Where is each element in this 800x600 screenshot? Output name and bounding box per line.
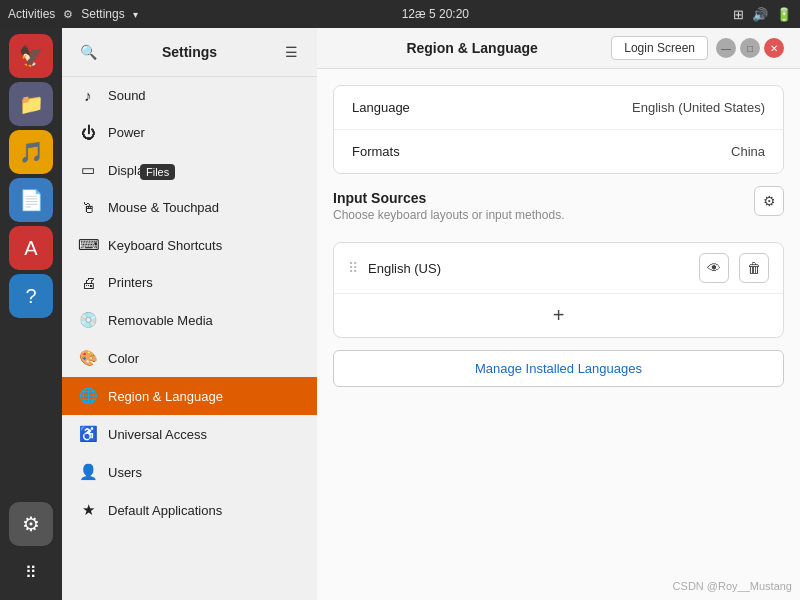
maximize-button[interactable]: □ bbox=[740, 38, 760, 58]
dock: 🦅 📁 🎵 📄 A ? ⚙ ⠿ bbox=[0, 28, 62, 600]
preview-source-button[interactable]: 👁 bbox=[699, 253, 729, 283]
sidebar-item-color-label: Color bbox=[108, 351, 139, 366]
sidebar-menu-button[interactable]: ☰ bbox=[277, 38, 305, 66]
content-header: Region & Language Login Screen — □ ✕ bbox=[317, 28, 800, 69]
input-sources-header: Input Sources Choose keyboard layouts or… bbox=[333, 186, 784, 222]
displays-icon: ▭ bbox=[78, 161, 98, 179]
dock-settings-icon[interactable]: ⚙ bbox=[9, 502, 53, 546]
sidebar-item-region[interactable]: 🌐 Region & Language bbox=[62, 377, 317, 415]
sidebar-item-mouse[interactable]: 🖱 Mouse & Touchpad bbox=[62, 189, 317, 226]
sidebar-item-universal[interactable]: ♿ Universal Access bbox=[62, 415, 317, 453]
settings-menu-label[interactable]: Settings bbox=[81, 7, 124, 21]
window-controls: — □ ✕ bbox=[716, 38, 784, 58]
default-apps-icon: ★ bbox=[78, 501, 98, 519]
dock-appstore-icon[interactable]: A bbox=[9, 226, 53, 270]
dock-grid-icon[interactable]: ⠿ bbox=[9, 550, 53, 594]
add-source-button[interactable]: + bbox=[334, 293, 783, 337]
content-body: Language English (United States) Formats… bbox=[317, 69, 800, 403]
sidebar-item-keyboard-label: Keyboard Shortcuts bbox=[108, 238, 222, 253]
sidebar-item-default-apps-label: Default Applications bbox=[108, 503, 222, 518]
universal-icon: ♿ bbox=[78, 425, 98, 443]
topbar-left: Activities ⚙ Settings ▾ bbox=[8, 7, 138, 21]
sidebar-item-color[interactable]: 🎨 Color bbox=[62, 339, 317, 377]
sound-icon: ♪ bbox=[78, 87, 98, 104]
manage-languages-button[interactable]: Manage Installed Languages bbox=[333, 350, 784, 387]
input-sources-subtitle: Choose keyboard layouts or input methods… bbox=[333, 208, 564, 222]
topbar: Activities ⚙ Settings ▾ 12æ 5 20:20 ⊞ 🔊 … bbox=[0, 0, 800, 28]
battery-icon[interactable]: 🔋 bbox=[776, 7, 792, 22]
sidebar-header: 🔍 Settings ☰ bbox=[62, 28, 317, 77]
input-source-card: ⠿ English (US) 👁 🗑 + bbox=[333, 242, 784, 338]
add-icon: + bbox=[553, 304, 565, 327]
sidebar-item-sound[interactable]: ♪ Sound bbox=[62, 77, 317, 114]
sidebar-item-printers[interactable]: 🖨 Printers bbox=[62, 264, 317, 301]
main-container: 🦅 📁 🎵 📄 A ? ⚙ ⠿ 🔍 Settings ☰ Files ♪ Sou… bbox=[0, 28, 800, 600]
dock-audio-icon[interactable]: 🎵 bbox=[9, 130, 53, 174]
input-sources-settings-button[interactable]: ⚙ bbox=[754, 186, 784, 216]
files-tooltip: Files bbox=[140, 164, 175, 180]
sidebar-item-removable-label: Removable Media bbox=[108, 313, 213, 328]
printers-icon: 🖨 bbox=[78, 274, 98, 291]
sidebar-item-removable[interactable]: 💿 Removable Media bbox=[62, 301, 317, 339]
input-sources-title: Input Sources bbox=[333, 190, 564, 206]
sidebar-item-keyboard[interactable]: ⌨ Keyboard Shortcuts bbox=[62, 226, 317, 264]
sidebar-item-power[interactable]: ⏻ Power bbox=[62, 114, 317, 151]
network-icon[interactable]: ⊞ bbox=[733, 7, 744, 22]
dock-help-icon[interactable]: ? bbox=[9, 274, 53, 318]
delete-source-button[interactable]: 🗑 bbox=[739, 253, 769, 283]
english-us-row: ⠿ English (US) 👁 🗑 bbox=[334, 243, 783, 293]
sidebar-search-button[interactable]: 🔍 bbox=[74, 38, 102, 66]
minimize-button[interactable]: — bbox=[716, 38, 736, 58]
login-screen-button[interactable]: Login Screen bbox=[611, 36, 708, 60]
settings-menu-arrow: ▾ bbox=[133, 9, 138, 20]
language-row[interactable]: Language English (United States) bbox=[334, 86, 783, 129]
topbar-right: ⊞ 🔊 🔋 bbox=[733, 7, 792, 22]
formats-row[interactable]: Formats China bbox=[334, 129, 783, 173]
clock-display: 12æ 5 20:20 bbox=[402, 7, 469, 21]
dock-thunderbird-icon[interactable]: 🦅 bbox=[9, 34, 53, 78]
users-icon: 👤 bbox=[78, 463, 98, 481]
language-label: Language bbox=[352, 100, 410, 115]
sidebar-item-region-label: Region & Language bbox=[108, 389, 223, 404]
volume-icon[interactable]: 🔊 bbox=[752, 7, 768, 22]
sidebar-item-users[interactable]: 👤 Users bbox=[62, 453, 317, 491]
sidebar-item-displays[interactable]: ▭ Displays bbox=[62, 151, 317, 189]
color-icon: 🎨 bbox=[78, 349, 98, 367]
formats-label: Formats bbox=[352, 144, 400, 159]
keyboard-icon: ⌨ bbox=[78, 236, 98, 254]
region-icon: 🌐 bbox=[78, 387, 98, 405]
power-icon: ⏻ bbox=[78, 124, 98, 141]
drag-handle-icon[interactable]: ⠿ bbox=[348, 260, 358, 276]
watermark: CSDN @Roy__Mustang bbox=[673, 580, 792, 592]
sidebar-item-default-apps[interactable]: ★ Default Applications bbox=[62, 491, 317, 529]
settings-gear-icon: ⚙ bbox=[63, 8, 73, 21]
sidebar-item-universal-label: Universal Access bbox=[108, 427, 207, 442]
dock-files-icon[interactable]: 📁 bbox=[9, 82, 53, 126]
language-value: English (United States) bbox=[632, 100, 765, 115]
sidebar: 🔍 Settings ☰ Files ♪ Sound ⏻ Power ▭ Dis… bbox=[62, 28, 317, 600]
formats-value: China bbox=[731, 144, 765, 159]
dock-writer-icon[interactable]: 📄 bbox=[9, 178, 53, 222]
sidebar-item-power-label: Power bbox=[108, 125, 145, 140]
close-button[interactable]: ✕ bbox=[764, 38, 784, 58]
content-title: Region & Language bbox=[406, 40, 537, 56]
activities-button[interactable]: Activities bbox=[8, 7, 55, 21]
topbar-clock: 12æ 5 20:20 bbox=[402, 7, 469, 21]
sidebar-item-sound-label: Sound bbox=[108, 88, 146, 103]
sidebar-item-users-label: Users bbox=[108, 465, 142, 480]
source-name-english-us: English (US) bbox=[368, 261, 689, 276]
sidebar-title: Settings bbox=[110, 44, 269, 60]
removable-icon: 💿 bbox=[78, 311, 98, 329]
locale-card: Language English (United States) Formats… bbox=[333, 85, 784, 174]
sidebar-item-mouse-label: Mouse & Touchpad bbox=[108, 200, 219, 215]
mouse-icon: 🖱 bbox=[78, 199, 98, 216]
content-area: Region & Language Login Screen — □ ✕ Lan… bbox=[317, 28, 800, 600]
sidebar-item-printers-label: Printers bbox=[108, 275, 153, 290]
